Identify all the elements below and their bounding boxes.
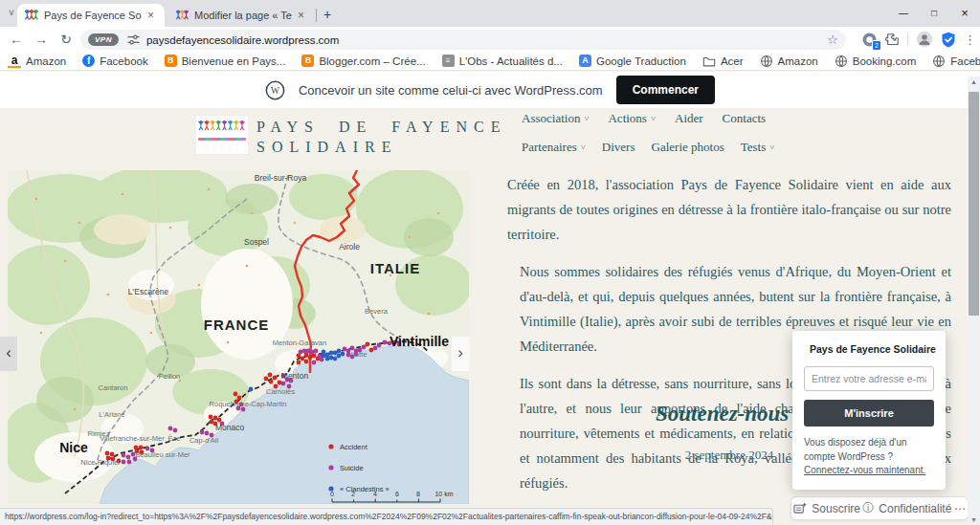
chevron-down-icon: ˅ — [651, 114, 656, 123]
souscrire-button[interactable]: Souscrire — [793, 502, 860, 515]
security-shield-icon[interactable] — [941, 32, 956, 48]
map-label: Beaulieu sur-Mer — [135, 450, 190, 459]
new-tab-button[interactable]: + — [318, 5, 337, 24]
forward-icon[interactable]: → — [33, 31, 50, 48]
map-label: Latte — [351, 350, 368, 359]
browser-menu-icon[interactable]: ⋮ — [964, 33, 976, 47]
map-label: Nice — [59, 440, 88, 455]
scale-tick: 0 — [330, 491, 334, 497]
scroll-down-icon[interactable]: ▼ — [968, 516, 980, 523]
bookmark-item[interactable]: fFacebook — [82, 55, 148, 67]
scrollbar-thumb[interactable] — [969, 92, 979, 316]
wordpress-banner: W Concevoir un site comme celui-ci avec … — [0, 72, 980, 108]
site-logo[interactable] — [196, 116, 248, 154]
toolbar-divider — [907, 33, 908, 46]
lobs-icon: ≡ — [442, 55, 455, 67]
nav-item-contacts[interactable]: Contacts — [723, 111, 767, 126]
map-image[interactable]: Breil-sur-Roya Sospel Airole ITALIE FRAN… — [8, 170, 469, 504]
nav-item-association[interactable]: Association˅ — [522, 111, 589, 126]
bookmark-item[interactable]: Facebook — [932, 55, 980, 68]
map-label: Carnolès — [266, 387, 295, 396]
commencer-button[interactable]: Commencer — [616, 76, 715, 104]
tab-close-icon[interactable]: × — [298, 10, 304, 21]
logo-caption — [198, 138, 246, 141]
map-label: ITALIE — [370, 260, 420, 276]
email-input[interactable] — [804, 366, 934, 391]
carousel-next-button[interactable]: › — [452, 337, 469, 371]
main-navigation: Association˅ Actions˅ Aider Contacts Par… — [522, 109, 971, 157]
address-bar[interactable]: VPN paysdefayencesolidaire.wordpress.com… — [80, 30, 846, 50]
legend-dot-accident — [328, 444, 333, 448]
nav-item-tests[interactable]: Tests˅ — [741, 140, 775, 155]
maximize-button[interactable]: □ — [919, 0, 949, 27]
scale-tick: 6 — [395, 491, 399, 497]
login-link[interactable]: Connectez-vous maintenant. — [804, 465, 925, 475]
site-settings-icon[interactable] — [127, 33, 140, 46]
tab-close-icon[interactable]: × — [147, 10, 154, 21]
scroll-up-icon[interactable]: ▲ — [968, 78, 980, 85]
map-label: Monaco — [215, 423, 245, 432]
tab-title: Pays de Fayence Solidaire – « C — [44, 10, 142, 21]
close-window-button[interactable]: × — [949, 0, 980, 27]
map-label: Villefranche-sur-Mer — [100, 434, 165, 443]
globe-icon — [932, 55, 946, 68]
bookmark-item[interactable]: ≡L'Obs - Actualités d... — [442, 55, 563, 67]
minimize-button[interactable]: — — [888, 0, 919, 27]
more-options-icon[interactable]: ⋯ — [954, 502, 966, 515]
map-label: Vintimille — [390, 334, 449, 349]
bookmark-item[interactable]: aAmazon — [8, 55, 66, 68]
nav-row-primary: Association˅ Actions˅ Aider Contacts — [522, 109, 971, 128]
tab-active[interactable]: Pays de Fayence Solidaire – « C × — [17, 4, 165, 27]
profile-avatar[interactable] — [916, 31, 933, 48]
bookmark-item[interactable]: AGoogle Traduction — [579, 55, 686, 67]
bookmark-item[interactable]: Acer — [702, 55, 744, 68]
chevron-down-icon: ˅ — [769, 142, 774, 152]
nav-item-actions[interactable]: Actions˅ — [608, 111, 656, 126]
map-label: Breil-sur-Roya — [255, 173, 307, 183]
tab-strip: ˅ Pays de Fayence Solidaire – « C × Modi… — [0, 0, 980, 27]
reload-icon[interactable]: ↻ — [57, 31, 75, 48]
toolbar-right-controls: 2 ⋮ — [861, 29, 976, 50]
bookmark-star-icon[interactable]: ☆ — [827, 33, 838, 47]
map-label: Roquebrune-Cap-Martin — [210, 400, 287, 408]
bookmark-item[interactable]: BBienvenue en Pays... — [165, 55, 286, 67]
facebook-icon: f — [82, 55, 95, 67]
back-icon[interactable]: ← — [8, 31, 25, 48]
bookmark-item[interactable]: Amazon — [760, 55, 818, 68]
nav-item-aider[interactable]: Aider — [675, 111, 703, 126]
bookmark-item[interactable]: Booking.com — [835, 55, 916, 68]
globe-icon — [835, 55, 848, 68]
vpn-extension-badge[interactable]: VPN — [88, 33, 119, 46]
window-controls: — □ × — [888, 0, 980, 27]
map-label: L'Ariane — [99, 410, 124, 419]
scale-tick: 8 — [416, 491, 420, 497]
map-label: Sospel — [244, 237, 269, 247]
nav-item-divers[interactable]: Divers — [602, 140, 635, 155]
subscribe-icon — [793, 502, 807, 514]
paragraph: Créée en 2018, l'association Pays de Fay… — [507, 172, 951, 247]
map-label: L'Escarène — [128, 287, 169, 296]
carousel-prev-button[interactable]: ‹ — [0, 337, 17, 371]
bookmark-item[interactable]: BBlogger.com – Crée... — [301, 55, 425, 67]
subscribe-button[interactable]: M'inscrire — [804, 400, 934, 427]
bookmarks-bar: aAmazon fFacebook BBienvenue en Pays... … — [0, 52, 980, 71]
blogger-icon: B — [165, 55, 177, 67]
page-scrollbar[interactable]: ▲ ▼ — [968, 77, 980, 525]
chevron-down-icon: ˅ — [584, 114, 589, 123]
login-note: Vous disposez déjà d'un compte WordPress… — [804, 436, 934, 478]
site-title[interactable]: PAYS DE FAYENCE SOLIDAIRE — [256, 117, 506, 157]
nav-item-galerie[interactable]: Galerie photos — [652, 140, 724, 155]
popup-brand: Pays de Fayence Solidaire — [810, 343, 936, 355]
nav-row-secondary: Partenaires˅ Divers Galerie photos Tests… — [522, 138, 971, 157]
tab-inactive[interactable]: Modifier la page « Tests » « Pay × — [168, 4, 312, 27]
nav-item-partenaires[interactable]: Partenaires˅ — [522, 140, 586, 155]
extensions-puzzle-icon[interactable] — [885, 33, 900, 47]
banner-message: Concevoir un site comme celui-ci avec Wo… — [299, 83, 603, 98]
svg-text:W: W — [271, 85, 279, 96]
confidentialite-button[interactable]: ⓘ Confidentialité — [862, 500, 951, 516]
subscribe-popup: Pays de Fayence Solidaire M'inscrire Vou… — [792, 331, 946, 490]
translate-extension-icon[interactable]: 2 — [861, 32, 878, 48]
map-label: Menton — [281, 371, 309, 381]
folder-icon — [702, 55, 716, 68]
map-label: Rimiez — [88, 429, 110, 438]
